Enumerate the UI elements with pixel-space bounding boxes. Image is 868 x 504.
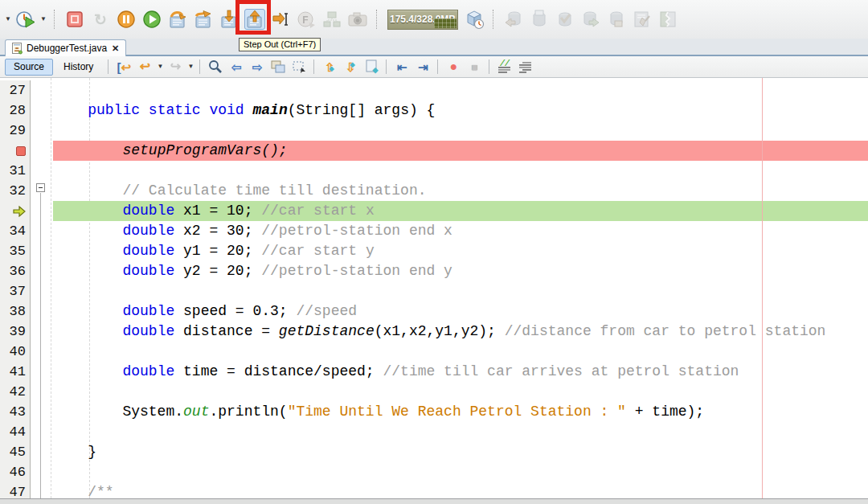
code-token: y1 = 20; <box>174 243 261 259</box>
fold-margin <box>31 161 53 181</box>
vcs-revert-button <box>555 9 575 30</box>
code-token <box>53 323 122 339</box>
line-gutter[interactable]: 43 <box>0 402 31 422</box>
shift-line-left-button[interactable]: ⇤ <box>392 58 411 76</box>
last-edit-location-button[interactable]: [↩ <box>114 58 133 76</box>
comment-button[interactable]: // <box>495 58 514 76</box>
code-text[interactable]: double x2 = 30; //petrol-station end x <box>53 221 868 241</box>
find-previous-button[interactable]: ⇦ <box>227 58 246 76</box>
take-camera-snapshot-icon <box>347 10 368 29</box>
line-gutter[interactable]: 45 <box>0 442 31 462</box>
code-text[interactable]: double y2 = 20; //petrol-station end y <box>53 261 868 281</box>
code-text[interactable]: public static void main(String[] args) { <box>53 100 868 121</box>
code-text[interactable] <box>53 121 868 141</box>
pause-button[interactable] <box>116 9 137 30</box>
profile-dropdown-button[interactable]: ▼ <box>39 9 48 30</box>
code-token: double <box>122 363 174 379</box>
fold-collapse-icon[interactable] <box>36 183 45 192</box>
code-text[interactable]: setupProgramVars(); <box>53 141 868 161</box>
take-camera-snapshot-button <box>347 9 368 30</box>
line-gutter[interactable]: 32 <box>0 181 31 201</box>
line-number: 29 <box>10 121 26 141</box>
find-next-button[interactable]: ⇨ <box>248 58 267 76</box>
code-text[interactable] <box>53 80 868 100</box>
code-editor[interactable]: 2728 public static void main(String[] ar… <box>0 78 868 498</box>
code-text[interactable]: double time = distance/speed; //time til… <box>53 362 868 382</box>
step-into-button[interactable] <box>219 9 240 30</box>
finish-debugger-session-icon <box>65 10 84 29</box>
line-gutter[interactable]: 47 <box>0 482 31 498</box>
start-macro-recording-icon: ● <box>450 60 458 73</box>
step-over-button[interactable] <box>167 9 188 30</box>
line-gutter[interactable]: 42 <box>0 382 31 402</box>
code-text[interactable]: /** <box>53 482 868 498</box>
previous-bookmark-button[interactable]: ⇧◆ <box>320 58 339 76</box>
line-gutter[interactable]: 40 <box>0 342 31 362</box>
profile-button[interactable] <box>15 9 36 30</box>
toggle-highlight-search-button[interactable] <box>268 58 288 76</box>
vcs-diff-button <box>657 9 678 30</box>
back-button[interactable]: ↩ <box>135 58 154 76</box>
code-text[interactable]: System.out.println("Time Until We Reach … <box>53 402 868 422</box>
toggle-rectangular-selection-button[interactable] <box>289 58 309 76</box>
forward-dropdown-button[interactable]: ▼ <box>186 56 195 77</box>
line-gutter[interactable] <box>0 201 31 221</box>
step-out-button[interactable] <box>244 9 265 30</box>
code-text[interactable] <box>53 161 868 181</box>
fold-margin <box>31 362 53 382</box>
line-gutter[interactable]: 46 <box>0 462 31 482</box>
finish-debugger-session-button[interactable] <box>64 9 85 30</box>
code-text[interactable] <box>53 382 868 402</box>
code-text[interactable] <box>53 462 868 482</box>
code-token <box>140 102 149 118</box>
close-icon[interactable]: ✕ <box>111 43 120 54</box>
continue-button[interactable] <box>141 9 162 30</box>
code-text[interactable]: double x1 = 10; //car start x <box>53 201 868 221</box>
code-token: System. <box>53 404 183 420</box>
memory-indicator[interactable]: 175.4/328.0MB <box>387 10 458 30</box>
toggle-bookmark-button[interactable]: ◆ <box>362 58 381 76</box>
code-text[interactable] <box>53 422 868 442</box>
line-gutter[interactable]: 37 <box>0 281 31 301</box>
line-gutter[interactable]: 29 <box>0 121 31 141</box>
line-gutter[interactable]: 35 <box>0 241 31 261</box>
source-view-button[interactable]: Source <box>5 59 53 76</box>
code-text[interactable]: double speed = 0.3; //speed <box>53 301 868 322</box>
next-bookmark-button[interactable]: ⇩◆ <box>341 58 360 76</box>
start-macro-recording-button[interactable]: ● <box>444 58 463 76</box>
line-number: 39 <box>10 322 26 342</box>
line-gutter[interactable]: 27 <box>0 80 31 100</box>
line-gutter[interactable]: 36 <box>0 261 31 281</box>
line-gutter[interactable] <box>0 141 31 161</box>
line-gutter[interactable]: 38 <box>0 301 31 322</box>
line-gutter[interactable]: 41 <box>0 362 31 382</box>
history-view-button[interactable]: History <box>55 59 102 76</box>
line-gutter[interactable]: 28 <box>0 100 31 121</box>
step-into-icon <box>219 10 239 29</box>
line-gutter[interactable]: 31 <box>0 161 31 181</box>
toolbar-overflow-button[interactable]: ▼ <box>3 9 13 30</box>
horizontal-scrollbar-track[interactable] <box>0 498 868 504</box>
line-gutter[interactable]: 44 <box>0 422 31 442</box>
code-text[interactable] <box>53 342 868 362</box>
code-text[interactable]: double distance = getDistance(x1,x2,y1,y… <box>53 322 868 342</box>
tab-debuggertest-java[interactable]: DebuggerTest.java ✕ <box>5 39 126 56</box>
stop-macro-recording-button[interactable]: ■ <box>465 58 484 76</box>
debug-history-button[interactable] <box>464 9 485 30</box>
uncomment-button[interactable] <box>516 58 535 76</box>
line-gutter[interactable]: 34 <box>0 221 31 241</box>
find-selection-button[interactable] <box>206 58 225 76</box>
line-number: 38 <box>10 301 26 322</box>
code-text[interactable]: } <box>53 442 868 462</box>
line-gutter[interactable]: 39 <box>0 322 31 342</box>
code-text[interactable]: // Calculate time till destination. <box>53 181 868 201</box>
shift-line-right-button[interactable]: ⇥ <box>413 58 432 76</box>
code-text[interactable] <box>53 281 868 301</box>
back-dropdown-button[interactable]: ▼ <box>155 56 165 77</box>
run-to-cursor-button[interactable] <box>270 9 291 30</box>
toolbar-separator <box>199 59 201 74</box>
code-text[interactable]: double y1 = 20; //car start y <box>53 241 868 261</box>
stop-macro-recording-icon: ■ <box>471 62 477 72</box>
breakpoint-icon[interactable] <box>16 146 26 156</box>
step-over-expression-button[interactable] <box>193 9 214 30</box>
